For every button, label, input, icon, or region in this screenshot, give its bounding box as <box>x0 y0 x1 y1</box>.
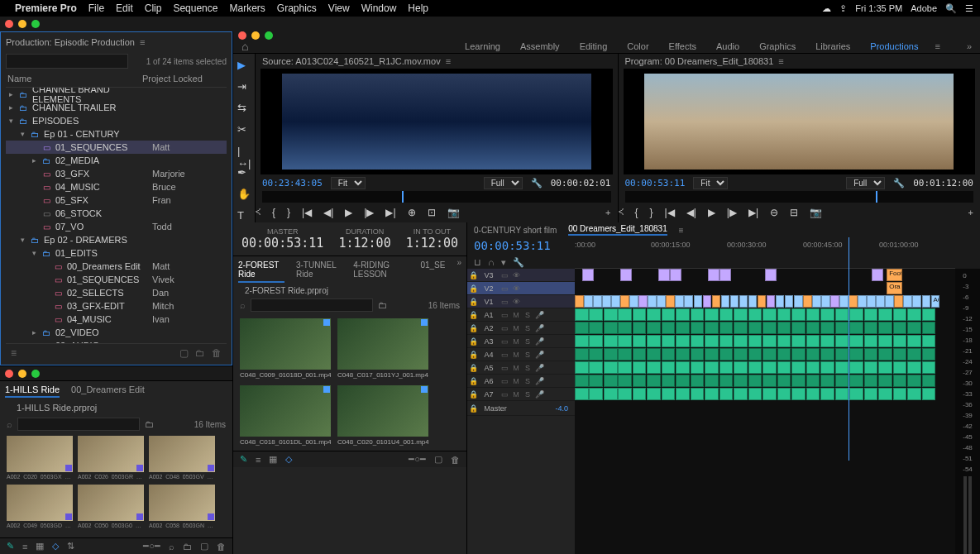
timeline-clip[interactable] <box>708 269 719 281</box>
timeline-clip[interactable] <box>767 295 776 308</box>
timeline-clip[interactable] <box>589 348 603 361</box>
tab-riding[interactable]: 4-RIDING LESSON <box>353 258 409 283</box>
toggle-icon[interactable]: ▭ <box>499 390 510 399</box>
timeline-clip[interactable] <box>776 295 785 308</box>
timeline-clip[interactable] <box>666 295 675 308</box>
timeline-clip[interactable] <box>812 295 821 308</box>
mark-in-icon[interactable]: ⧼ <box>619 207 624 218</box>
source-fit-select[interactable]: Fit <box>331 177 366 189</box>
overflow-icon[interactable]: » <box>457 258 461 283</box>
timeline-clip[interactable] <box>878 335 892 347</box>
tree-row[interactable]: ▸🗀CHANNEL BRAND ELEMENTS <box>6 88 227 101</box>
timeline-clip[interactable] <box>893 375 907 387</box>
audio-track-header[interactable]: 🔒A5▭MS🎤 <box>467 361 575 375</box>
timeline-clip[interactable] <box>849 375 863 387</box>
new-bin-icon[interactable]: 🗀 <box>145 419 154 429</box>
settings-icon[interactable]: 🔧 <box>513 257 524 268</box>
toggle-icon[interactable]: ▭ <box>499 337 510 346</box>
timeline-clip[interactable] <box>618 308 632 321</box>
timeline-clip[interactable] <box>858 295 867 308</box>
timeline-clip[interactable] <box>762 308 777 321</box>
timeline-clip[interactable] <box>762 388 777 400</box>
slip-tool-icon[interactable]: |↔| <box>237 145 251 158</box>
timeline-clip[interactable] <box>618 322 632 334</box>
production-search-input[interactable] <box>6 54 128 69</box>
timeline-clip[interactable] <box>721 295 730 308</box>
program-out-timecode[interactable]: 00:01:12:00 <box>913 178 973 189</box>
timeline-clip[interactable] <box>835 308 849 321</box>
clip-thumbnail[interactable]: A002_C020_0503GX_001.mp4 <box>7 436 73 480</box>
timeline-clip[interactable] <box>864 348 878 361</box>
timeline-clip[interactable] <box>604 388 618 400</box>
timeline-clip[interactable] <box>691 375 705 387</box>
timeline-clip[interactable] <box>675 295 684 308</box>
timeline-clip[interactable] <box>907 322 921 334</box>
step-back-icon[interactable]: ◀| <box>323 207 333 218</box>
timeline-clip[interactable] <box>864 375 878 387</box>
timeline-clip[interactable] <box>806 308 820 321</box>
timeline-clip[interactable] <box>676 361 690 374</box>
timeline-clip[interactable] <box>894 295 903 308</box>
timeline-clip[interactable] <box>791 375 806 387</box>
maximize-window-button[interactable] <box>265 31 273 40</box>
workspace-tab[interactable]: Color <box>627 41 648 51</box>
lock-icon[interactable]: 🔒 <box>467 351 479 359</box>
tree-row[interactable]: ▾🗀Ep 02 - DREAMERS <box>6 233 227 246</box>
timeline-clip[interactable] <box>604 308 618 321</box>
toggle-icon[interactable]: ▭ <box>499 351 510 359</box>
timeline-clip[interactable] <box>777 375 791 387</box>
eye-icon[interactable]: 👁 <box>510 271 522 279</box>
timeline-clip[interactable] <box>705 348 719 361</box>
tree-row[interactable]: ▸🗀02_VIDEO <box>6 326 227 339</box>
timeline-clip[interactable] <box>885 295 894 308</box>
program-fit-select[interactable]: Fit <box>693 177 728 189</box>
tree-row[interactable]: ▸🗀CHANNEL TRAILER <box>6 101 227 114</box>
tree-row[interactable]: ▸🗀02_MEDIA <box>6 154 227 167</box>
source-scrubber[interactable] <box>262 191 611 203</box>
timeline-clip[interactable] <box>806 348 820 361</box>
timeline-clip[interactable] <box>777 388 791 400</box>
master-track-header[interactable]: 🔒Master-4.0 <box>467 401 575 416</box>
timeline-clip[interactable] <box>893 388 907 400</box>
tree-row[interactable]: ▭05_SFXFran <box>6 193 227 207</box>
marker-icon[interactable]: ▾ <box>501 257 506 268</box>
timeline-clip[interactable] <box>830 295 839 308</box>
forest-search-input[interactable] <box>251 298 373 312</box>
timeline-clip[interactable] <box>575 322 589 334</box>
clip-thumbnail[interactable]: C048_C017_0101YJ_001.mp4 <box>337 318 428 379</box>
program-scrubber[interactable] <box>625 191 974 203</box>
timeline-clip[interactable] <box>719 388 734 400</box>
new-bin-icon[interactable]: 🗀 <box>378 300 387 310</box>
timeline-clip[interactable] <box>878 322 892 334</box>
tree-row[interactable]: ▭01_SEQUENCESMatt <box>6 141 227 154</box>
go-in-icon[interactable]: |◀ <box>302 207 312 218</box>
new-item-icon[interactable]: ▢ <box>200 541 208 552</box>
timeline-clip[interactable] <box>657 295 666 308</box>
grid-icon[interactable]: ▦ <box>36 541 44 552</box>
workspace-tab[interactable]: Libraries <box>815 41 850 51</box>
timeline-clip[interactable] <box>820 348 834 361</box>
timeline-clip[interactable] <box>922 308 936 321</box>
timeline-clip[interactable] <box>791 322 806 334</box>
toggle-icon[interactable]: ▭ <box>499 324 510 332</box>
timeline-clip[interactable] <box>835 375 849 387</box>
step-fwd-icon[interactable]: |▶ <box>364 207 374 218</box>
clip-thumbnail[interactable]: C048_C018_0101DL_001.mp4 <box>240 385 331 446</box>
clip-thumbnail[interactable]: A002_C050_0503G0_001.mp4 <box>78 485 144 528</box>
timeline-clip[interactable] <box>806 375 820 387</box>
tree-row[interactable]: ▭07_VOTodd <box>6 220 227 233</box>
lock-icon[interactable]: 🔒 <box>467 390 479 399</box>
track-headers[interactable]: 🔒V3▭👁🔒V2▭👁🔒V1▭👁🔒A1▭MS🎤🔒A2▭MS🎤🔒A3▭MS🎤🔒A4▭… <box>467 269 575 554</box>
timeline-clip[interactable] <box>705 388 719 400</box>
menu-graphics[interactable]: Graphics <box>277 2 317 14</box>
hills-clip-grid[interactable]: A002_C020_0503GX_001.mp4A002_C026_0503GR… <box>0 432 232 532</box>
timeline-clip[interactable] <box>647 322 661 334</box>
timeline-clip[interactable] <box>748 375 762 387</box>
tab-hills-ride[interactable]: 1-HILLS Ride <box>5 384 60 398</box>
timeline-clip[interactable] <box>618 335 632 347</box>
timeline-clip[interactable] <box>589 308 603 321</box>
program-viewport[interactable] <box>624 69 976 174</box>
clip-thumbnail[interactable]: C048_C020_0101U4_001.mp4 <box>337 385 428 446</box>
timeline-clip[interactable] <box>633 375 647 387</box>
timeline-clip[interactable] <box>633 322 647 334</box>
